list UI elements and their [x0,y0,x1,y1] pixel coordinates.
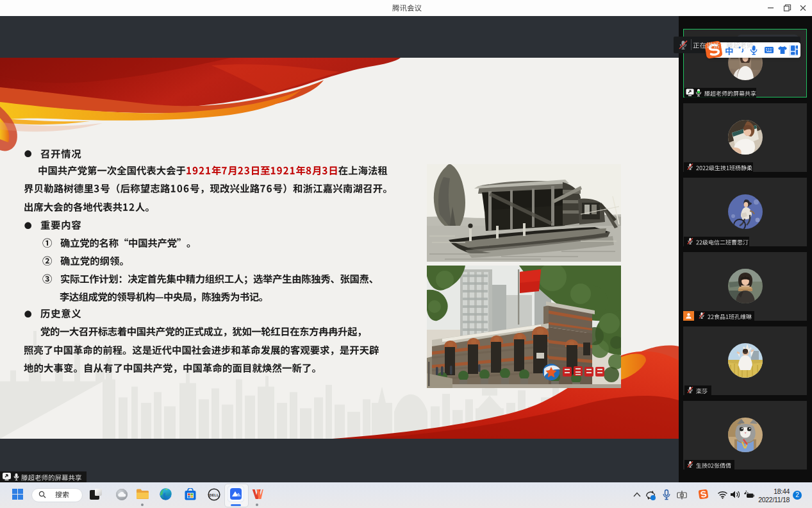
svg-text:DELL: DELL [210,493,219,497]
